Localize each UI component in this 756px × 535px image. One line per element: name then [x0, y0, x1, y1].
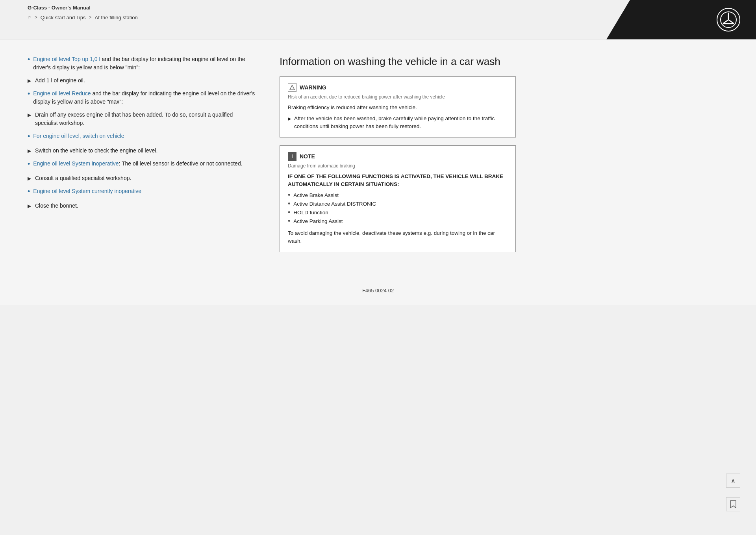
- list-item-text: For engine oil level, switch on vehicle: [33, 132, 124, 140]
- note-box: i NOTE Damage from automatic braking IF …: [280, 145, 516, 252]
- list-item-text: Engine oil level System inoperative: The…: [33, 160, 242, 168]
- note-list: • Active Brake Assist • Active Distance …: [288, 192, 508, 225]
- warning-instruction: ▶ After the vehicle has been washed, bra…: [288, 115, 508, 131]
- note-title: NOTE: [300, 153, 315, 160]
- note-header: i NOTE: [288, 152, 508, 161]
- scroll-up-button[interactable]: ∧: [726, 474, 740, 488]
- warning-box: ! WARNING Risk of an accident due to red…: [280, 76, 516, 137]
- mercedes-logo: [717, 8, 740, 32]
- arrow-icon: ▶: [28, 202, 31, 210]
- list-item-text: Add 1 l of engine oil.: [35, 76, 85, 85]
- note-icon: i: [288, 152, 296, 161]
- list-item: ▶ Add 1 l of engine oil.: [28, 76, 256, 85]
- manual-title: G-Class - Owner's Manual: [28, 5, 91, 11]
- list-item-text: Close the bonnet.: [35, 202, 78, 210]
- link-text[interactable]: Engine oil level System currently inoper…: [33, 188, 141, 194]
- list-item: • For engine oil level, switch on vehicl…: [28, 132, 256, 142]
- warning-title: WARNING: [300, 84, 326, 91]
- link-text[interactable]: Engine oil level Reduce: [33, 90, 91, 97]
- bullet-icon: •: [288, 200, 290, 208]
- bullet-icon: •: [28, 89, 30, 99]
- bullet-icon: •: [288, 191, 290, 199]
- warning-header: ! WARNING: [288, 83, 508, 92]
- warning-instruction-text: After the vehicle has been washed, brake…: [294, 115, 508, 131]
- arrow-icon: ▶: [28, 111, 31, 119]
- list-item-text: Active Brake Assist: [293, 192, 339, 198]
- header-logo-area: [606, 0, 756, 39]
- link-text[interactable]: Engine oil level System inoperative: [33, 160, 119, 167]
- item-rest-text: : The oil level sensor is defective or n…: [119, 160, 242, 167]
- note-bold-text: IF ONE OF THE FOLLOWING FUNCTIONS IS ACT…: [288, 173, 508, 189]
- list-item-text: Engine oil level Reduce and the bar disp…: [33, 89, 256, 106]
- arrow-icon: ▶: [28, 77, 31, 84]
- bullet-icon: •: [28, 131, 30, 142]
- list-item-text: Active Parking Assist: [293, 218, 343, 224]
- list-item: • Engine oil level System currently inop…: [28, 187, 256, 197]
- list-item: • HOLD function: [288, 210, 508, 217]
- right-column: Information on washing the vehicle in a …: [280, 55, 516, 260]
- bullet-icon: •: [28, 159, 30, 169]
- list-item: • Active Brake Assist: [288, 192, 508, 199]
- breadcrumb-current: At the filling station: [95, 15, 138, 20]
- warning-body-text: Braking efficiency is reduced after wash…: [288, 104, 417, 110]
- list-item: • Engine oil level Top up 1,0 l and the …: [28, 55, 256, 72]
- breadcrumb-link-1[interactable]: Quick start and Tips: [41, 15, 86, 20]
- breadcrumb-sep-2: >: [89, 15, 92, 20]
- list-item: ▶ Consult a qualified specialist worksho…: [28, 174, 256, 182]
- footer: F465 0024 02: [0, 276, 756, 305]
- section-title: Information on washing the vehicle in a …: [280, 55, 516, 69]
- link-text[interactable]: Engine oil level Top up 1,0 l: [33, 56, 100, 62]
- list-item-text: Engine oil level System currently inoper…: [33, 187, 141, 195]
- home-icon[interactable]: ⌂: [28, 14, 32, 21]
- list-item-text: Active Distance Assist DISTRONIC: [293, 201, 376, 207]
- bullet-icon: •: [28, 54, 30, 65]
- warning-subtitle: Risk of an accident due to reduced braki…: [288, 94, 508, 100]
- warning-icon: !: [288, 83, 296, 92]
- main-content: • Engine oil level Top up 1,0 l and the …: [0, 39, 756, 276]
- list-item-text: Switch on the vehicle to check the engin…: [35, 147, 158, 155]
- bullet-icon: •: [288, 208, 290, 217]
- list-item: • Engine oil level Reduce and the bar di…: [28, 89, 256, 106]
- bookmark-button[interactable]: [726, 497, 740, 511]
- warning-body: Braking efficiency is reduced after wash…: [288, 104, 508, 131]
- list-item-text: Drain off any excess engine oil that has…: [35, 111, 256, 127]
- bullet-icon: •: [288, 217, 290, 225]
- left-column: • Engine oil level Top up 1,0 l and the …: [28, 55, 256, 260]
- list-item-text: Consult a qualified specialist workshop.: [35, 174, 131, 182]
- list-item: • Engine oil level System inoperative: T…: [28, 160, 256, 169]
- list-item: • Active Parking Assist: [288, 218, 508, 225]
- list-item: ▶ Switch on the vehicle to check the eng…: [28, 147, 256, 155]
- list-item-text: HOLD function: [293, 210, 328, 215]
- bullet-icon: •: [28, 186, 30, 197]
- note-subtitle: Damage from automatic braking: [288, 163, 508, 169]
- svg-text:!: !: [291, 86, 293, 90]
- breadcrumb-sep-1: >: [35, 15, 37, 20]
- list-item-text: Engine oil level Top up 1,0 l and the ba…: [33, 55, 256, 72]
- note-footer-text: To avoid damaging the vehicle, deactivat…: [288, 229, 508, 245]
- arrow-icon: ▶: [28, 147, 31, 154]
- list-item: ▶ Drain off any excess engine oil that h…: [28, 111, 256, 127]
- arrow-icon: ▶: [288, 115, 291, 122]
- arrow-icon: ▶: [28, 175, 31, 182]
- link-text[interactable]: For engine oil level, switch on vehicle: [33, 133, 124, 139]
- list-item: ▶ Close the bonnet.: [28, 202, 256, 210]
- header: G-Class - Owner's Manual ⌂ > Quick start…: [0, 0, 756, 39]
- doc-code: F465 0024 02: [362, 288, 394, 294]
- list-item: • Active Distance Assist DISTRONIC: [288, 201, 508, 208]
